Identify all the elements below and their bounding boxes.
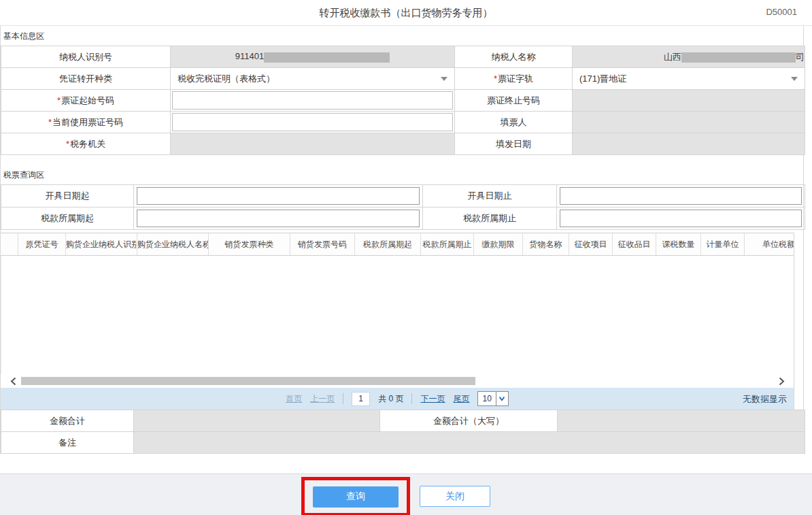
header-cell: 销货发票号码 xyxy=(290,233,355,255)
divider xyxy=(343,393,343,404)
close-button[interactable]: 关闭 xyxy=(420,486,490,507)
tax-period-from-input[interactable] xyxy=(137,210,420,227)
ticket-prefix-select[interactable]: (171)晋地证 xyxy=(573,68,805,89)
current-ticket-input[interactable] xyxy=(172,113,453,131)
ticket-end-field xyxy=(573,90,805,112)
scroll-left-icon[interactable] xyxy=(9,376,17,386)
pagination-last-link[interactable]: 尾页 xyxy=(453,393,469,405)
required-asterisk: * xyxy=(57,95,61,105)
taxpayer-id-value: 911401 xyxy=(235,51,264,61)
voucher-type-value: 税收完税证明（表格式） xyxy=(177,73,275,85)
divider xyxy=(411,393,412,404)
required-asterisk: * xyxy=(494,73,497,84)
page-title: 转开税收缴款书（出口货物劳务专用） xyxy=(0,0,812,26)
table-row: 凭证转开种类 税收完税证明（表格式） *票证字轨 (171)晋地证 xyxy=(1,68,805,90)
amount-caps-label: 金额合计（大写） xyxy=(380,410,558,432)
voucher-type-label: 凭证转开种类 xyxy=(1,68,171,90)
query-button[interactable]: 查询 xyxy=(313,486,399,508)
chevron-down-icon xyxy=(441,77,447,81)
header-cell: 税款所属期起 xyxy=(355,233,421,255)
tax-period-to-input[interactable] xyxy=(560,210,802,227)
header-cell: 销货发票种类 xyxy=(209,233,290,255)
table-row: *税务机关 填发日期 xyxy=(1,133,805,155)
ticket-end-label: 票证终止号码 xyxy=(455,90,573,112)
ticket-prefix-value: (171)晋地证 xyxy=(579,73,626,85)
results-grid-body-empty xyxy=(1,256,794,374)
header-cell: 购货企业纳税人识别 xyxy=(66,233,137,255)
no-data-message: 无数据显示 xyxy=(743,393,787,405)
results-grid-header: 原凭证号 购货企业纳税人识别 购货企业纳税人名称 销货发票种类 销货发票号码 税… xyxy=(1,233,794,256)
issue-date-field xyxy=(573,133,805,155)
pagination-controls: 首页 上一页 共 0 页 下一页 尾页 10 xyxy=(1,388,794,410)
scrollbar-track[interactable] xyxy=(21,376,773,386)
tax-authority-field xyxy=(171,133,455,155)
header-cell: 征收项目 xyxy=(569,233,613,255)
issue-date-to-label: 开具日期止 xyxy=(423,185,557,207)
ticket-start-input[interactable] xyxy=(172,91,453,110)
table-row: 金额合计 金额合计（大写） xyxy=(1,410,805,432)
pagination-first-link[interactable]: 首页 xyxy=(286,393,302,405)
header-cell: 购货企业纳税人名称 xyxy=(137,233,209,255)
page-number-input[interactable] xyxy=(352,392,370,406)
ticket-prefix-label: 票证字轨 xyxy=(498,73,533,84)
tax-receipt-form-page: 转开税收缴款书（出口货物劳务专用） D50001 基本信息区 纳税人识别号 91… xyxy=(0,0,812,515)
remark-label: 备注 xyxy=(1,432,134,454)
chevron-down-icon xyxy=(791,77,798,81)
page-size-value: 10 xyxy=(478,392,495,405)
issue-date-to-input[interactable] xyxy=(560,187,802,205)
footer-spacer xyxy=(0,454,812,474)
scroll-right-icon[interactable] xyxy=(777,376,785,386)
table-row: *当前使用票证号码 填票人 xyxy=(1,112,805,133)
redaction-bar xyxy=(681,52,796,63)
amount-total-field xyxy=(134,410,380,432)
amount-total-label: 金额合计 xyxy=(1,410,134,432)
header-cell: 计量单位 xyxy=(701,233,745,255)
table-row: *票证起始号码 票证终止号码 xyxy=(1,90,805,112)
title-bar: 转开税收缴款书（出口货物劳务专用） D50001 xyxy=(0,0,812,26)
required-asterisk: * xyxy=(48,117,52,127)
chevron-down-icon xyxy=(496,392,508,405)
tax-period-to-label: 税款所属期止 xyxy=(423,207,557,230)
footer-action-bar: 查询 关闭 xyxy=(0,474,812,515)
header-cell-select xyxy=(1,233,18,255)
header-cell: 课税数量 xyxy=(656,233,701,255)
issue-date-from-input[interactable] xyxy=(137,187,420,205)
section-spacer xyxy=(1,155,803,165)
taxpayer-name-suffix: 司 xyxy=(796,52,805,62)
header-cell: 缴款期限 xyxy=(474,233,523,255)
query-section-title: 税票查询区 xyxy=(1,165,803,184)
form-code: D50001 xyxy=(766,7,797,17)
issue-date-label: 填发日期 xyxy=(455,133,573,155)
totals-grid: 金额合计 金额合计（大写） 备注 xyxy=(1,410,805,454)
taxpayer-name-prefix: 山西 xyxy=(664,52,681,62)
issue-date-from-label: 开具日期起 xyxy=(1,185,134,207)
redaction-bar xyxy=(264,52,390,63)
table-row: 税款所属期起 税款所属期止 xyxy=(1,207,805,230)
table-row: 开具日期起 开具日期止 xyxy=(1,185,805,207)
taxpayer-id-field: 911401 xyxy=(171,46,455,68)
voucher-type-select[interactable]: 税收完税证明（表格式） xyxy=(171,68,454,89)
form-panel: 基本信息区 纳税人识别号 911401 纳税人名称 山西司 凭证转开种类 税收完… xyxy=(0,26,804,454)
filler-field xyxy=(573,112,805,133)
horizontal-scrollbar xyxy=(1,374,794,388)
taxpayer-name-label: 纳税人名称 xyxy=(455,46,573,68)
header-cell: 原凭证号 xyxy=(18,233,66,255)
scrollbar-thumb[interactable] xyxy=(21,377,475,385)
remark-field xyxy=(134,432,805,454)
basic-info-section-title: 基本信息区 xyxy=(1,26,803,46)
pagination-prev-link[interactable]: 上一页 xyxy=(310,393,335,405)
header-cell: 货物名称 xyxy=(523,233,569,255)
query-grid: 开具日期起 开具日期止 税款所属期起 税款所属期止 xyxy=(1,184,805,230)
total-pages-text: 共 0 页 xyxy=(378,393,403,405)
ticket-start-label: 票证起始号码 xyxy=(61,95,114,105)
highlight-red-box: 查询 xyxy=(301,477,410,515)
basic-info-grid: 纳税人识别号 911401 纳税人名称 山西司 凭证转开种类 税收完税证明（表格… xyxy=(1,46,805,155)
table-row: 纳税人识别号 911401 纳税人名称 山西司 xyxy=(1,46,805,68)
tax-authority-label: 税务机关 xyxy=(70,139,105,149)
page-size-select[interactable]: 10 xyxy=(477,391,508,406)
header-cell: 征收品目 xyxy=(613,233,656,255)
taxpayer-name-field: 山西司 xyxy=(573,46,805,68)
required-asterisk: * xyxy=(66,139,69,149)
filler-label: 填票人 xyxy=(455,112,573,133)
pagination-next-link[interactable]: 下一页 xyxy=(420,393,445,405)
